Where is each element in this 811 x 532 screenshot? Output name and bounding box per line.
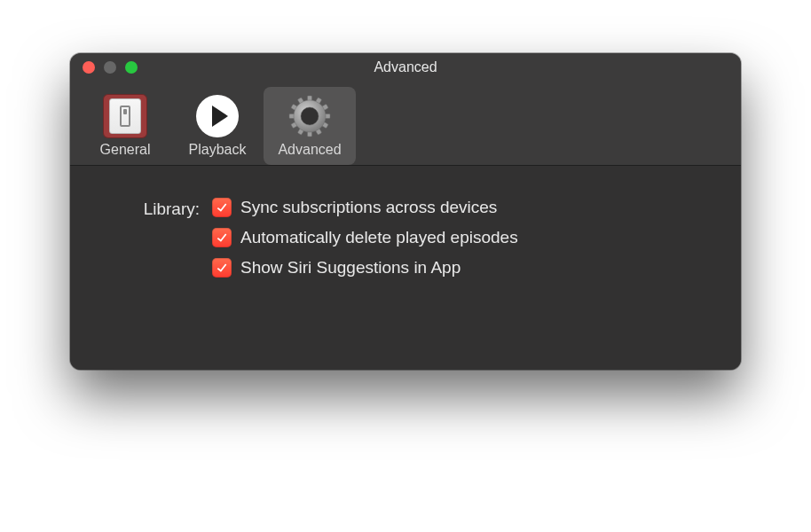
traffic-lights [70, 61, 138, 74]
zoom-window-button[interactable] [125, 61, 138, 74]
library-options: Sync subscriptions across devices Automa… [212, 198, 518, 278]
checkbox-sync-subscriptions[interactable] [212, 198, 232, 217]
preferences-toolbar: General Playback [70, 82, 741, 166]
minimize-window-button[interactable] [104, 61, 116, 74]
advanced-pane: Library: Sync subscriptions across devic… [70, 166, 741, 370]
option-sync-subscriptions-label: Sync subscriptions across devices [240, 198, 497, 217]
checkbox-auto-delete[interactable] [212, 228, 232, 247]
tab-general-label: General [100, 142, 151, 158]
playback-icon [195, 94, 240, 138]
tab-advanced-label: Advanced [278, 142, 341, 158]
library-section: Library: Sync subscriptions across devic… [106, 198, 705, 278]
close-window-button[interactable] [83, 61, 95, 74]
option-siri-suggestions-label: Show Siri Suggestions in App [240, 258, 461, 278]
option-auto-delete-label: Automatically delete played episodes [240, 228, 518, 247]
library-section-label: Library: [106, 198, 212, 278]
tab-playback[interactable]: Playback [171, 87, 264, 165]
window-title: Advanced [70, 59, 741, 75]
svg-point-13 [301, 107, 319, 125]
tab-playback-label: Playback [189, 142, 247, 158]
tab-advanced[interactable]: Advanced [264, 87, 356, 165]
general-icon [103, 94, 147, 138]
checkbox-siri-suggestions[interactable] [212, 258, 232, 278]
titlebar: Advanced [70, 53, 741, 82]
tab-general[interactable]: General [79, 87, 171, 165]
option-sync-subscriptions[interactable]: Sync subscriptions across devices [212, 198, 518, 217]
preferences-window: Advanced General Playback [70, 53, 741, 370]
gear-icon [287, 94, 332, 138]
option-auto-delete[interactable]: Automatically delete played episodes [212, 228, 518, 247]
option-siri-suggestions[interactable]: Show Siri Suggestions in App [212, 258, 518, 278]
